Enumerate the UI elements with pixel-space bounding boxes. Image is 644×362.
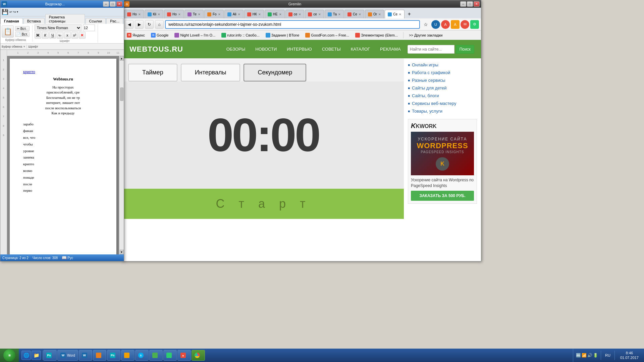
- site-search-input[interactable]: [408, 45, 454, 54]
- cut-btn[interactable]: ✂ Вст.: [15, 26, 30, 31]
- taskbar-app-word[interactable]: W Word: [57, 350, 78, 361]
- word-scrollbar[interactable]: ▲ ▼: [119, 56, 124, 254]
- ext-2[interactable]: A: [441, 20, 450, 29]
- forward-btn[interactable]: ▶: [135, 20, 144, 29]
- word-tab-refs[interactable]: Ссылки: [86, 18, 106, 24]
- font-name-select[interactable]: Times New Roman: [35, 24, 82, 31]
- word-close-btn[interactable]: ✕: [116, 1, 122, 7]
- tab-7-close[interactable]: ✕: [258, 13, 261, 16]
- bookmark-google[interactable]: G Google: [149, 32, 170, 38]
- url-bar[interactable]: [165, 20, 420, 29]
- superscript-btn[interactable]: x²: [71, 32, 78, 39]
- sidebar-goods[interactable]: ■ Товары, услуги: [408, 107, 477, 115]
- sidebar-kids[interactable]: ■ Сайты для детей: [408, 84, 477, 92]
- tab-1-close[interactable]: ✕: [138, 13, 141, 16]
- refresh-btn[interactable]: ↻: [145, 20, 154, 29]
- nav-ads[interactable]: РЕКЛАМА: [380, 47, 401, 52]
- ext-3[interactable]: A: [451, 20, 460, 29]
- tray-volume[interactable]: 🔊: [587, 353, 592, 358]
- tab-2[interactable]: Кli ✕: [145, 10, 163, 18]
- tab-10[interactable]: се ✕: [305, 10, 324, 18]
- tab-10-close[interactable]: ✕: [318, 13, 321, 16]
- timer-tab[interactable]: Таймер: [128, 64, 177, 81]
- word-save-btn[interactable]: 💾: [2, 9, 8, 15]
- word-tab-more[interactable]: Рас...: [106, 18, 123, 24]
- taskbar-lang[interactable]: RU: [604, 353, 612, 357]
- intervals-tab[interactable]: Интервалы: [181, 64, 240, 81]
- taskbar-app-green[interactable]: [163, 350, 177, 361]
- copy-btn[interactable]: 📄 Вст.: [15, 32, 30, 37]
- italic-btn[interactable]: К: [42, 32, 49, 39]
- scrollbar-thumb[interactable]: [120, 87, 123, 101]
- clear-format-btn[interactable]: ✕: [79, 32, 86, 39]
- sidebar-blogs[interactable]: ■ Сайты, блоги: [408, 92, 477, 100]
- tab-3-close[interactable]: ✕: [178, 13, 181, 16]
- tab-11-close[interactable]: ✕: [338, 13, 341, 16]
- tab-9-close[interactable]: ✕: [299, 13, 301, 16]
- star-btn[interactable]: ☆: [421, 20, 430, 29]
- ext-4[interactable]: ✉: [461, 20, 469, 29]
- sidebar-webmaster[interactable]: ■ Сервисы веб-мастеру: [408, 100, 477, 107]
- new-tab-btn[interactable]: +: [405, 10, 413, 18]
- word-minimize-btn[interactable]: ─: [103, 1, 109, 7]
- bookmark-nightlovell[interactable]: Night Lovell – I'm O...: [172, 32, 217, 38]
- bookmark-goodfon[interactable]: GoodFon.com – Free...: [303, 32, 351, 38]
- taskbar-app-photos[interactable]: [93, 350, 106, 361]
- paste-btn[interactable]: 📋: [2, 25, 14, 38]
- tab-8-close[interactable]: ✕: [279, 13, 282, 16]
- word-tab-home[interactable]: Главная: [0, 18, 23, 24]
- quick-ie[interactable]: 🌐: [21, 351, 31, 360]
- nav-catalog[interactable]: КАТАЛОГ: [351, 47, 370, 52]
- doc-crypto-link[interactable]: крипто: [23, 69, 35, 74]
- bookmark-yandex[interactable]: Я Яндекс: [125, 32, 147, 38]
- word-redo-btn[interactable]: ↪: [13, 10, 16, 14]
- bookmark-elementarno[interactable]: Элементарно (Elem...: [353, 32, 400, 38]
- taskbar-app-ps2[interactable]: Ps: [107, 350, 120, 361]
- nav-interview[interactable]: ИНТЕРВЬЮ: [287, 47, 312, 52]
- ext-1[interactable]: U: [431, 20, 440, 29]
- taskbar-app-chrome[interactable]: [192, 350, 205, 361]
- kwork-banner[interactable]: УСКОРЕНИЕ САЙТА WORDPRESS PAGESPEED INSI…: [411, 132, 474, 175]
- tab-8[interactable]: НЕ ✕: [265, 10, 285, 18]
- word-maximize-btn[interactable]: □: [110, 1, 116, 7]
- sidebar-online-games[interactable]: ■ Онлайн игры: [408, 61, 477, 69]
- sidebar-services[interactable]: ■ Разные сервисы: [408, 76, 477, 84]
- start-button[interactable]: С т а р т: [123, 189, 404, 219]
- tab-6-close[interactable]: ✕: [238, 13, 240, 16]
- taskbar-app-skype[interactable]: S: [135, 350, 149, 361]
- tab-12-close[interactable]: ✕: [359, 13, 361, 16]
- ext-5[interactable]: ⚙: [470, 20, 479, 29]
- tab-7[interactable]: НК ✕: [244, 10, 264, 18]
- taskbar-clock[interactable]: 8:46 01.07.2017: [618, 351, 641, 360]
- tab-6[interactable]: Аli ✕: [224, 10, 244, 18]
- tab-5-close[interactable]: ✕: [218, 13, 221, 16]
- word-tab-insert[interactable]: Вставка: [23, 18, 45, 24]
- nav-news[interactable]: НОВОСТИ: [255, 47, 277, 52]
- nav-reviews[interactable]: ОБЗОРЫ: [226, 47, 246, 52]
- underline-btn[interactable]: Ч: [49, 32, 56, 39]
- tab-14-close[interactable]: ✕: [399, 13, 401, 16]
- font-size-input[interactable]: [83, 24, 95, 31]
- browser-maximize-btn[interactable]: □: [467, 1, 473, 7]
- tab-13-close[interactable]: ✕: [378, 13, 381, 16]
- quick-folder[interactable]: 📁: [32, 351, 41, 360]
- tab-2-close[interactable]: ✕: [158, 13, 160, 16]
- tray-battery[interactable]: 🔋: [593, 353, 598, 358]
- word-tab-layout[interactable]: Разметка страницы: [45, 14, 85, 24]
- tab-5[interactable]: Fo ✕: [204, 10, 224, 18]
- bookmark-btone[interactable]: Задания | BTone: [264, 32, 302, 38]
- scrollbar-up-btn[interactable]: ▲: [120, 56, 124, 61]
- tray-icon-2[interactable]: 📶: [582, 353, 587, 358]
- tab-3[interactable]: Но ✕: [164, 10, 184, 18]
- tab-1[interactable]: Но ✕: [124, 10, 144, 18]
- strikethrough-btn[interactable]: ч-: [57, 32, 63, 39]
- stopwatch-tab[interactable]: Секундомер: [244, 64, 306, 81]
- tab-4[interactable]: Те ✕: [184, 10, 204, 18]
- browser-close-btn[interactable]: ✕: [474, 1, 480, 7]
- tray-icon-1[interactable]: 🔤: [576, 353, 581, 358]
- tab-4-close[interactable]: ✕: [198, 13, 201, 16]
- kwork-order-btn[interactable]: ЗАКАЗАТЬ ЗА 500 РУБ.: [411, 191, 474, 201]
- tab-11[interactable]: Та ✕: [325, 10, 344, 18]
- tab-13[interactable]: Ог ✕: [365, 10, 384, 18]
- taskbar-app-utorrent[interactable]: [149, 350, 163, 361]
